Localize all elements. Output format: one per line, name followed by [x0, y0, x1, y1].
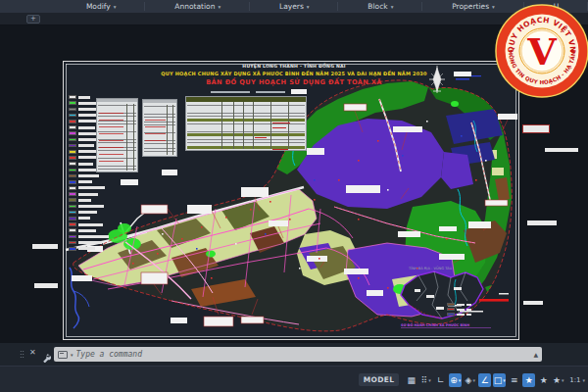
chevron-down-icon: ▾	[307, 4, 310, 10]
legend-swatch	[69, 174, 76, 178]
legend-swatch	[69, 205, 76, 209]
inset-legend-swatch	[447, 303, 455, 306]
map-label	[523, 125, 549, 132]
legend-swatch	[69, 150, 76, 154]
ribbon-item-layers[interactable]: Layers ▾	[250, 0, 338, 13]
map-label	[523, 301, 543, 305]
grid-display-icon[interactable]: ▦	[405, 373, 417, 387]
polar-tracking-icon[interactable]: ⊕ ▾	[449, 373, 462, 387]
inset-legend-swatch	[447, 313, 455, 316]
title-line-3: BẢN ĐỒ QUY HOẠCH SỬ DỤNG ĐẤT TOÀN XÃ	[103, 78, 485, 86]
command-line-row: ✕ ▾ ▲	[0, 343, 588, 366]
lineweight-icon[interactable]: ≡	[508, 373, 520, 387]
object-snap-tracking-icon[interactable]: ∠	[478, 373, 491, 387]
legend-swatch	[69, 114, 76, 118]
ortho-mode-icon[interactable]: ∟	[434, 373, 447, 387]
quy-hoach-viet-vn-stamp: QUY HOẠCH VIỆT VN THÔNG TIN QUY HOẠCH - …	[491, 0, 588, 106]
legend-label-bar	[78, 144, 94, 147]
title-line-1: HUYỆN LONG THÀNH - TỈNH ĐỒNG NAI	[103, 64, 485, 69]
close-icon[interactable]: ✕	[29, 348, 36, 357]
legend-label-bar	[78, 108, 96, 111]
legend-label-bar	[78, 174, 99, 177]
chevron-down-icon: ▾	[218, 4, 220, 10]
legend-label-bar	[78, 223, 103, 226]
legend-swatch	[69, 125, 76, 129]
legend-swatch	[69, 95, 76, 99]
legend-swatch	[69, 131, 76, 135]
legend-swatch	[69, 144, 76, 148]
chevron-down-icon: ▾	[562, 377, 564, 383]
legend-swatch	[69, 228, 76, 232]
legend-swatch	[69, 169, 76, 172]
annotation-scale-button[interactable]: 1:1 ▾	[569, 376, 585, 384]
ribbon-item-modify[interactable]: Modify ▾	[57, 0, 145, 13]
legend-label-bar	[78, 229, 96, 232]
chevron-down-icon: ▾	[472, 377, 475, 383]
legend-swatch	[69, 222, 76, 226]
ribbon-item-annotation[interactable]: Annotation ▾	[145, 0, 250, 13]
chevron-down-icon[interactable]: ▾	[71, 352, 74, 358]
chevron-down-icon: ▾	[503, 377, 506, 383]
legend-label-bar	[78, 126, 95, 129]
legend-swatch	[69, 162, 76, 166]
legend-label-bar	[78, 193, 98, 196]
legend-label-bar	[78, 211, 97, 214]
legend-label-bar	[78, 163, 93, 166]
command-history-expand-icon[interactable]: ▲	[533, 351, 538, 358]
chevron-down-icon: ▾	[459, 377, 462, 383]
svg-text:TỈNH BÀ RỊA - VŨNG TÀU: TỈNH BÀ RỊA - VŨNG TÀU	[408, 266, 453, 270]
map-label	[32, 244, 58, 249]
new-drawing-tab-button[interactable]: +	[26, 15, 40, 24]
status-bar: MODEL ▦ ⠿ ▾ ∟ ⊕ ▾	[0, 366, 588, 392]
model-space-button[interactable]: MODEL	[359, 373, 399, 386]
land-use-balance-table	[185, 96, 307, 151]
map-label	[34, 283, 58, 288]
legend-label-bar	[78, 241, 102, 244]
inset-legend-swatch	[447, 308, 455, 311]
legend-swatch	[69, 120, 76, 123]
chevron-down-icon: ▾	[582, 377, 585, 383]
legend-swatch	[69, 241, 76, 245]
legend-swatch	[69, 101, 76, 105]
legend-swatch	[69, 156, 76, 160]
svg-text:SƠ ĐỒ HÀNH CHÍNH XÃ PHƯỚC BÌNH: SƠ ĐỒ HÀNH CHÍNH XÃ PHƯỚC BÌNH	[401, 322, 469, 327]
map-sheet: TỈNH BÀ RỊA - VŨNG TÀU SƠ ĐỒ HÀNH CHÍNH …	[63, 61, 519, 340]
map-label	[545, 148, 578, 152]
legend-swatch	[69, 138, 76, 142]
legend-label-bar	[78, 186, 105, 189]
legend-swatch	[69, 186, 76, 190]
legend-swatch	[69, 235, 76, 239]
command-input[interactable]	[76, 350, 531, 359]
land-use-table-2	[142, 99, 177, 157]
ribbon-item-block[interactable]: Block ▾	[338, 0, 422, 13]
annotation-autoscale-icon[interactable]: ★	[537, 373, 550, 387]
legend-swatch	[69, 198, 76, 202]
title-line-2: QUY HOẠCH CHUNG XÂY DỰNG XÃ PHƯỚC BÌNH Đ…	[103, 71, 485, 76]
map-label	[527, 220, 557, 225]
legend-swatch	[69, 211, 76, 215]
legend-label-bar	[78, 235, 109, 238]
command-drag-handle-icon[interactable]	[20, 350, 24, 359]
inset-legend-row	[447, 312, 471, 317]
legend-label-bar	[78, 247, 95, 250]
object-snap-icon[interactable]: □ ▾	[493, 373, 506, 387]
command-prompt-icon[interactable]	[58, 351, 68, 359]
customize-wrench-icon[interactable]	[41, 348, 51, 367]
annotation-scale-icon[interactable]: ★ ▾	[552, 373, 564, 387]
legend-label-bar	[78, 205, 104, 208]
legend-label-bar	[78, 96, 90, 99]
legend-swatch	[69, 108, 76, 112]
chevron-down-icon: ▾	[114, 4, 117, 10]
land-use-table-1	[96, 98, 138, 172]
isometric-drafting-icon[interactable]: ◈ ▾	[464, 373, 476, 387]
stamp-monogram: V	[526, 29, 558, 74]
legend-label-bar	[78, 199, 91, 202]
chevron-down-icon: ▾	[391, 4, 394, 10]
title-block: HUYỆN LONG THÀNH - TỈNH ĐỒNG NAI QUY HOẠ…	[103, 64, 485, 86]
annotation-visibility-icon[interactable]: ★	[522, 373, 535, 387]
inset-legend	[447, 302, 471, 317]
chevron-down-icon: ▾	[428, 377, 431, 383]
legend-label-bar	[78, 180, 92, 183]
legend-swatch	[69, 180, 76, 184]
snap-mode-icon[interactable]: ⠿ ▾	[419, 373, 432, 387]
